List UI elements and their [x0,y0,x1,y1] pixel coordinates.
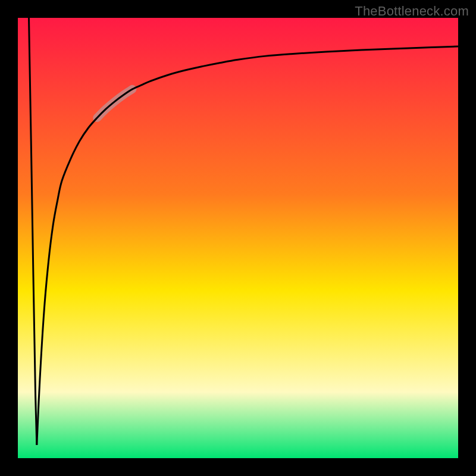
attribution-text: TheBottleneck.com [355,4,469,19]
plot-area [18,18,458,458]
chart-svg [18,18,458,458]
chart-frame: TheBottleneck.com [0,0,476,476]
gradient-background [18,18,458,458]
